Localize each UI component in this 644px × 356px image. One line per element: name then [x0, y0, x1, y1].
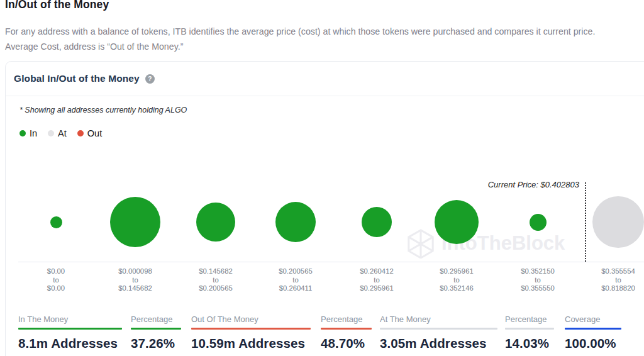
legend-item-in[interactable]: In	[19, 128, 37, 138]
stat-label: At The Money	[380, 314, 497, 324]
stat-value: 14.03%	[505, 336, 554, 351]
legend-dot-icon	[19, 130, 26, 136]
bubble-at-8[interactable]	[592, 196, 644, 248]
stat-label: Percentage	[321, 314, 372, 324]
stat-coverage: Coverage100.00%	[565, 314, 621, 351]
stat-value: 10.59m Addresses	[191, 336, 311, 351]
axis-label-7: $0.352150to$0.355550	[509, 267, 566, 293]
description-line-2: Average Cost, address is “Out of the Mon…	[5, 40, 595, 55]
chart-note: * Showing all addresses currently holdin…	[19, 106, 187, 114]
legend-label: At	[58, 128, 67, 138]
bubble-in-5[interactable]	[362, 207, 392, 237]
bubble-in-7[interactable]	[530, 214, 547, 231]
current-price-label: Current Price: $0.402803	[472, 180, 579, 189]
question-mark-icon[interactable]: ?	[145, 74, 155, 84]
bubble-in-4[interactable]	[275, 202, 316, 242]
bubble-in-1[interactable]	[50, 216, 62, 228]
summary-stats: In The Money8.1m AddressesPercentage37.2…	[6, 314, 644, 351]
page-title: In/Out of the Money	[5, 0, 109, 11]
stat-underline	[131, 328, 181, 330]
stat-underline	[380, 328, 497, 330]
description-line-1: For any address with a balance of tokens…	[5, 25, 595, 40]
stat-value: 8.1m Addresses	[18, 336, 122, 351]
legend-dot-icon	[77, 130, 84, 136]
legend-dot-icon	[48, 130, 54, 136]
axis-label-4: $0.200565to$0.260411	[267, 267, 324, 293]
stat-underline	[505, 328, 554, 330]
legend-label: In	[30, 128, 37, 138]
axis-label-1: $0.00to$0.00	[28, 267, 84, 293]
stat-label: Coverage	[565, 314, 621, 324]
page-description: For any address with a balance of tokens…	[5, 25, 595, 54]
axis-label-5: $0.260412to$0.295961	[348, 267, 405, 293]
stat-underline	[321, 328, 372, 330]
page: In/Out of the Money For any address with…	[0, 0, 644, 356]
stat-at-percentage: Percentage14.03%	[505, 314, 554, 351]
intotheblock-logo-icon	[406, 228, 435, 259]
stat-label: In The Money	[18, 314, 122, 324]
bubble-chart: IntoTheBlock Current Price: $0.402803 $0…	[6, 159, 644, 316]
legend-label: Out	[87, 128, 102, 138]
stat-in-the-money: In The Money8.1m Addresses	[18, 314, 122, 351]
chart-legend: InAtOut	[19, 128, 113, 138]
stat-label: Percentage	[505, 314, 554, 324]
stat-value: 48.70%	[321, 336, 372, 351]
axis-label-3: $0.145682to$0.200565	[187, 267, 244, 293]
current-price-line	[585, 182, 586, 262]
stat-value: 37.26%	[131, 336, 181, 351]
stat-label: Out Of The Money	[191, 314, 311, 324]
stat-label: Percentage	[131, 314, 181, 324]
stat-underline	[191, 328, 311, 330]
stat-value: 100.00%	[565, 336, 621, 351]
stat-underline	[18, 328, 122, 330]
stat-out-of-the-money: Out Of The Money10.59m Addresses	[191, 314, 311, 351]
bubble-in-3[interactable]	[196, 203, 235, 242]
axis-label-2: $0.000098to$0.145682	[107, 267, 164, 293]
axis-label-8: $0.355554to$0.818820	[590, 267, 644, 293]
card-header: Global In/Out of the Money ?	[6, 62, 644, 96]
stat-at-the-money: At The Money3.05m Addresses	[380, 314, 497, 351]
x-axis-line	[18, 262, 644, 262]
stat-in-percentage: Percentage37.26%	[131, 314, 181, 351]
bubble-in-2[interactable]	[110, 197, 160, 247]
global-inout-card: Global In/Out of the Money ? * Showing a…	[5, 61, 644, 356]
legend-item-at[interactable]: At	[48, 128, 67, 138]
legend-item-out[interactable]: Out	[77, 128, 102, 138]
intotheblock-watermark: IntoTheBlock	[406, 228, 565, 259]
axis-label-6: $0.295961to$0.352146	[428, 267, 485, 293]
bubble-in-6[interactable]	[435, 200, 479, 244]
stat-out-percentage: Percentage48.70%	[321, 314, 372, 351]
card-title: Global In/Out of the Money	[14, 73, 140, 84]
stat-underline	[565, 328, 621, 330]
stat-value: 3.05m Addresses	[380, 336, 497, 351]
